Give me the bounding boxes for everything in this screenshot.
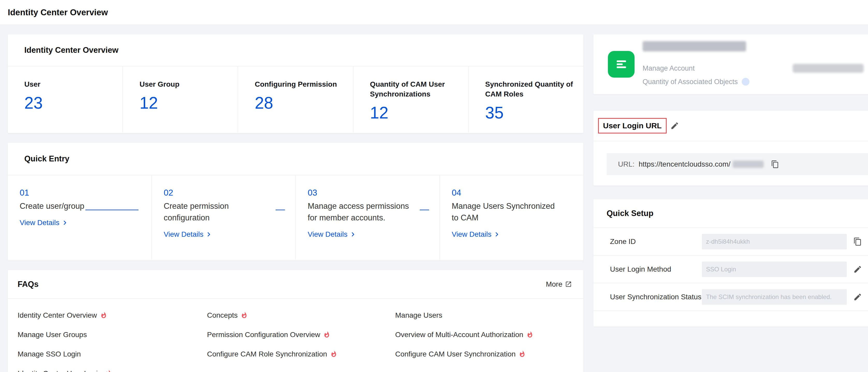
- url-label: URL:: [618, 160, 634, 168]
- manage-account-label: Manage Account: [643, 64, 694, 72]
- overview-card-header: Identity Center Overview: [8, 34, 583, 66]
- page: Identity Center Overview Identity Center…: [0, 0, 868, 372]
- step-number: 04: [452, 187, 573, 198]
- copy-url-icon[interactable]: [771, 160, 779, 168]
- step-number: 01: [20, 187, 141, 198]
- faq-link[interactable]: Permission Configuration Overview: [207, 325, 395, 344]
- stat-value[interactable]: 28: [255, 93, 345, 113]
- chevron-right-icon: [206, 231, 212, 238]
- step-connector-line: [85, 210, 138, 210]
- copy-zone-id-icon[interactable]: [853, 237, 862, 246]
- quick-entry-card: Quick Entry 01 Create user/group View De…: [8, 143, 583, 260]
- edit-sync-status-icon[interactable]: [853, 292, 862, 301]
- faq-link[interactable]: Manage SSO Login: [18, 344, 207, 364]
- faq-link[interactable]: Manage User Groups: [18, 325, 207, 344]
- stat-value[interactable]: 12: [140, 93, 230, 113]
- step-title: Manage Users Synchronized to CAM: [452, 200, 558, 223]
- hot-flame-icon: [323, 331, 330, 338]
- url-suffix-redacted: [733, 161, 764, 168]
- quick-entry-header: Quick Entry: [8, 143, 583, 176]
- stat-value[interactable]: 23: [24, 93, 115, 113]
- faq-grid: Identity Center Overview Concepts Manage…: [8, 299, 583, 372]
- hot-flame-icon: [241, 312, 248, 319]
- overview-card: Identity Center Overview User 23 User Gr…: [8, 34, 583, 133]
- login-url-bar: URL: https://tencentcloudsso.com/: [607, 153, 868, 175]
- view-details-link[interactable]: View Details: [452, 230, 500, 239]
- stat-user-group: User Group 12: [123, 66, 238, 132]
- step-title: Manage access permissions for member acc…: [308, 200, 414, 223]
- zone-id-label: Zone ID: [610, 238, 636, 246]
- overview-card-title: Identity Center Overview: [24, 45, 119, 55]
- account-icon: [608, 51, 634, 78]
- user-login-method-value: SSO Login: [702, 261, 847, 277]
- quick-setup-title: Quick Setup: [607, 209, 653, 218]
- user-sync-status-value: The SCIM synchronization has been enable…: [702, 289, 847, 305]
- page-title: Identity Center Overview: [8, 7, 108, 17]
- external-link-icon: [565, 281, 572, 288]
- faq-link[interactable]: Configure CAM Role Synchronization: [207, 344, 395, 364]
- stat-value[interactable]: 12: [370, 103, 460, 122]
- url-value: https://tencentcloudsso.com/: [639, 160, 731, 168]
- faq-link[interactable]: Concepts: [207, 306, 395, 325]
- user-login-url-header: User Login URL: [593, 111, 868, 141]
- hot-flame-icon: [100, 312, 107, 319]
- step-manage-access-permissions: 03 Manage access permissions for member …: [296, 176, 440, 260]
- faqs-title: FAQs: [18, 280, 38, 289]
- associated-objects-badge[interactable]: [742, 78, 749, 86]
- quick-entry-title: Quick Entry: [24, 154, 69, 163]
- stat-label: Quantity of CAM User Synchronizations: [370, 80, 460, 99]
- stat-cam-roles-synced: Synchronized Quantity of CAM Roles 35: [469, 66, 583, 132]
- view-details-link[interactable]: View Details: [308, 230, 356, 239]
- stat-label: User: [24, 80, 115, 89]
- step-connector-line: [276, 210, 285, 210]
- user-login-method-label: User Login Method: [610, 265, 671, 273]
- faqs-more-link[interactable]: More: [546, 280, 572, 288]
- view-details-link[interactable]: View Details: [20, 219, 68, 227]
- hot-flame-icon: [105, 370, 112, 372]
- account-card: Manage Account Quantity of Associated Ob…: [593, 34, 868, 94]
- red-highlight-box: User Login URL: [598, 118, 666, 133]
- user-login-url-title: User Login URL: [603, 121, 662, 130]
- chevron-right-icon: [350, 231, 356, 238]
- faqs-card: FAQs More Identity Center Overview Conce…: [8, 270, 583, 372]
- stat-label: Configuring Permission: [255, 80, 345, 89]
- stat-value[interactable]: 35: [485, 103, 576, 122]
- hot-flame-icon: [330, 350, 337, 358]
- hot-flame-icon: [526, 331, 533, 338]
- chevron-right-icon: [494, 231, 500, 238]
- faqs-header: FAQs More: [8, 270, 583, 299]
- stat-label: User Group: [140, 80, 230, 89]
- quick-setup-card: Quick Setup Zone ID z-dh5i84h4ukkh User …: [593, 199, 868, 327]
- faq-link[interactable]: Configure CAM User Synchronization: [395, 344, 583, 364]
- stat-configuring-permission: Configuring Permission 28: [238, 66, 353, 132]
- step-manage-users-synced-to-cam: 04 Manage Users Synchronized to CAM View…: [440, 176, 584, 260]
- faq-link[interactable]: Identity Center User Login: [18, 364, 207, 372]
- top-bar: Identity Center Overview: [0, 0, 868, 25]
- step-title: Create permission configuration: [164, 200, 270, 223]
- edit-login-url-icon[interactable]: [670, 121, 679, 130]
- account-name-redacted: [643, 41, 746, 52]
- zone-id-value: z-dh5i84h4ukkh: [702, 234, 847, 249]
- step-connector-line: [420, 210, 429, 210]
- chevron-right-icon: [62, 219, 68, 226]
- stat-cam-user-syncs: Quantity of CAM User Synchronizations 12: [353, 66, 469, 132]
- faq-link[interactable]: Manage Users: [395, 306, 583, 325]
- hot-flame-icon: [519, 350, 526, 358]
- view-details-link[interactable]: View Details: [164, 230, 213, 239]
- quick-setup-header: Quick Setup: [593, 199, 868, 228]
- edit-login-method-icon[interactable]: [853, 265, 862, 274]
- manage-account-value-redacted: [793, 64, 864, 73]
- quick-setup-row-sync-status: User Synchronization Status The SCIM syn…: [593, 283, 868, 311]
- step-create-permission-config: 02 Create permission configuration View …: [152, 176, 296, 260]
- steps-row: 01 Create user/group View Details 02 Cre…: [8, 176, 583, 260]
- faq-link[interactable]: Overview of Multi-Account Authorization: [395, 325, 583, 344]
- step-create-user-group: 01 Create user/group View Details: [8, 176, 152, 260]
- stats-row: User 23 User Group 12 Configuring Permis…: [8, 66, 583, 132]
- faq-link[interactable]: Identity Center Overview: [18, 306, 207, 325]
- associated-objects-label: Quantity of Associated Objects: [643, 78, 738, 86]
- user-sync-status-label: User Synchronization Status: [610, 293, 701, 301]
- stat-label: Synchronized Quantity of CAM Roles: [485, 80, 576, 99]
- step-number: 03: [308, 187, 429, 198]
- quick-setup-row-login-method: User Login Method SSO Login: [593, 256, 868, 283]
- step-number: 02: [164, 187, 285, 198]
